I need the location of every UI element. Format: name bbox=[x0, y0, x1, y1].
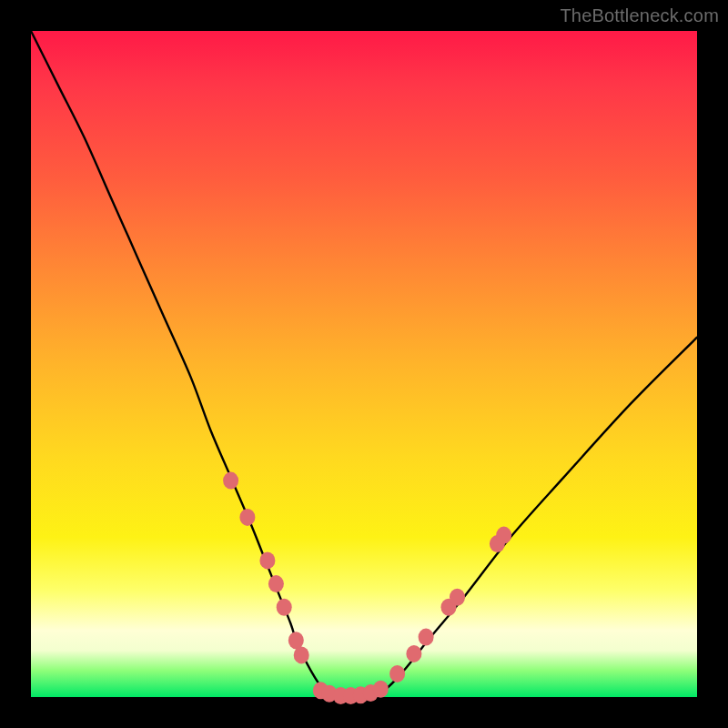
markers-group bbox=[223, 472, 511, 704]
left-marker-1 bbox=[223, 472, 238, 490]
left-marker-7 bbox=[294, 646, 309, 663]
right-marker-5 bbox=[450, 589, 465, 606]
bottleneck-curve bbox=[31, 31, 697, 698]
right-marker-1 bbox=[389, 665, 405, 682]
right-marker-3 bbox=[419, 629, 434, 646]
curve-svg bbox=[31, 31, 697, 697]
right-marker-7 bbox=[496, 527, 511, 544]
chart-frame: TheBottleneck.com bbox=[0, 0, 728, 728]
left-marker-4 bbox=[268, 575, 284, 592]
bottom-marker-7 bbox=[373, 681, 389, 698]
left-marker-2 bbox=[239, 509, 255, 526]
left-marker-3 bbox=[259, 551, 275, 569]
plot-area bbox=[31, 31, 697, 697]
right-marker-2 bbox=[406, 645, 421, 662]
watermark-text: TheBottleneck.com bbox=[560, 5, 719, 26]
left-marker-5 bbox=[277, 599, 292, 616]
